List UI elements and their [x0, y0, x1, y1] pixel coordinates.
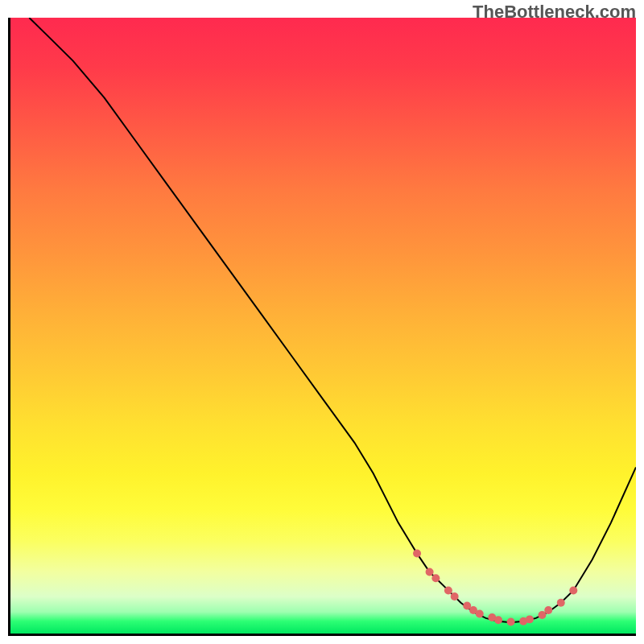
- plot-area: [8, 18, 636, 636]
- marker-point: [494, 616, 502, 624]
- marker-point: [538, 611, 546, 619]
- bottleneck-curve-line: [29, 18, 636, 622]
- chart-svg: [10, 18, 636, 634]
- optimal-range-markers: [413, 550, 577, 626]
- marker-point: [557, 599, 565, 607]
- marker-point: [507, 617, 515, 625]
- marker-point: [444, 586, 452, 594]
- marker-point: [431, 574, 440, 582]
- marker-point: [544, 606, 552, 614]
- marker-point: [451, 592, 459, 601]
- marker-point: [413, 550, 421, 558]
- marker-point: [569, 586, 577, 594]
- marker-point: [526, 615, 534, 623]
- chart-container: TheBottleneck.com: [0, 0, 644, 644]
- marker-point: [476, 610, 484, 618]
- marker-point: [426, 568, 434, 576]
